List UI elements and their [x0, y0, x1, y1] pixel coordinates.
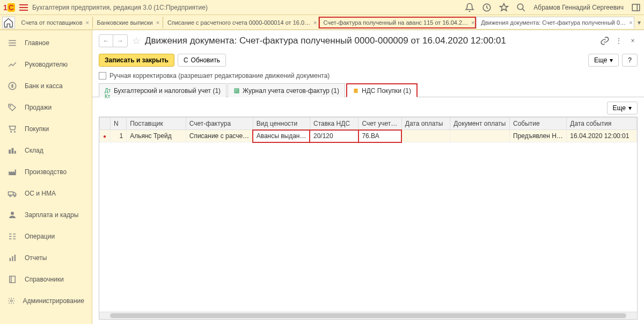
book-icon	[8, 275, 17, 284]
user-name[interactable]: Абрамов Геннадий Сергеевич	[533, 4, 624, 11]
save-close-button[interactable]: Записать и закрыть	[99, 54, 174, 67]
cell-event-date[interactable]: 16.04.2020 12:00:01	[567, 130, 637, 142]
sidebar-item-reports[interactable]: Отчеты	[0, 247, 92, 269]
cell-value-type[interactable]: Авансы выдан…	[253, 130, 310, 142]
menu-icon[interactable]	[19, 4, 28, 11]
tab-row: Счета от поставщиков× Банковские выписки…	[0, 15, 644, 30]
sidebar-item-manager[interactable]: Руководителю	[0, 54, 92, 75]
sidebar-item-sales[interactable]: Продажи	[0, 97, 92, 118]
subtab-vat-purchases[interactable]: НДС Покупки (1)	[346, 83, 418, 97]
tab-item-4[interactable]: Движения документа: Счет-фактура получен…	[476, 17, 634, 28]
page-title: Движения документа: Счет-фактура получен…	[145, 35, 506, 46]
table[interactable]: N Поставщик Счет-фактура Вид ценности Ст…	[99, 117, 638, 320]
col-event[interactable]: Событие	[510, 118, 567, 130]
manual-edit-label: Ручная корректировка (разрешает редактир…	[109, 72, 330, 80]
cell-invoice[interactable]: Списание с расче…	[186, 130, 253, 142]
page-header: ← → ☆ Движения документа: Счет-фактура п…	[92, 30, 644, 52]
cell-pay-date[interactable]	[401, 130, 450, 142]
person-icon	[8, 210, 17, 220]
close-icon[interactable]: ×	[86, 19, 89, 26]
svg-rect-14	[14, 255, 16, 261]
horizontal-scrollbar[interactable]	[99, 312, 637, 319]
manual-edit-checkbox[interactable]	[99, 72, 106, 80]
operations-icon	[8, 232, 17, 241]
warehouse-icon	[8, 146, 17, 155]
svg-rect-17	[235, 89, 239, 93]
bell-icon[interactable]	[465, 3, 474, 12]
col-supplier[interactable]: Поставщик	[127, 118, 186, 130]
link-icon[interactable]	[600, 36, 610, 46]
svg-point-4	[10, 105, 11, 106]
favorite-star-icon[interactable]: ☆	[132, 35, 141, 47]
col-pay-date[interactable]: Дата оплаты	[401, 118, 450, 130]
sidebar-item-bank[interactable]: Банк и касса	[0, 75, 92, 97]
subtab-journal[interactable]: Журнал учета счетов-фактур (1)	[228, 83, 345, 97]
col-event-date[interactable]: Дата события	[567, 118, 637, 130]
cell-n[interactable]: 1	[111, 130, 127, 142]
svg-point-9	[10, 195, 11, 197]
cell-supplier[interactable]: Альянс Трейд	[127, 130, 186, 142]
forward-button[interactable]: →	[113, 35, 127, 47]
tab-item-1[interactable]: Банковские выписки×	[93, 17, 163, 28]
table-more-button[interactable]: Еще ▾	[607, 102, 638, 114]
sidebar-item-production[interactable]: Производство	[0, 161, 92, 183]
sidebar-item-salary[interactable]: Зарплата и кадры	[0, 204, 92, 226]
sidebar-item-assets[interactable]: ОС и НМА	[0, 183, 92, 204]
refresh-button[interactable]: СОбновить	[178, 54, 226, 67]
close-icon[interactable]: ×	[629, 19, 632, 26]
cell-account[interactable]: 76.ВА	[358, 130, 401, 142]
svg-rect-7	[14, 151, 16, 154]
cell-vat-rate[interactable]: 20/120	[310, 130, 358, 142]
col-account[interactable]: Счет учет…	[358, 118, 401, 130]
accounting-icon: ДтКт	[105, 88, 111, 94]
cell-event[interactable]: Предъявлен Н…	[510, 130, 567, 142]
back-button[interactable]: ←	[99, 35, 113, 47]
main-content: ← → ☆ Движения документа: Счет-фактура п…	[92, 30, 644, 324]
sidebar-item-purchases[interactable]: Покупки	[0, 118, 92, 140]
sidebar-item-warehouse[interactable]: Склад	[0, 140, 92, 161]
history-icon[interactable]	[482, 3, 492, 12]
close-icon[interactable]: ×	[471, 19, 474, 26]
col-vat-rate[interactable]: Ставка НДС	[310, 118, 358, 130]
nav-arrows: ← →	[99, 34, 128, 47]
toolbar: Записать и закрыть СОбновить Еще ▾ ?	[92, 52, 644, 69]
svg-rect-6	[12, 148, 14, 154]
top-bar: 1C Бухгалтерия предприятия, редакция 3.0…	[0, 0, 644, 15]
col-n[interactable]: N	[111, 118, 127, 130]
cell-pay-doc[interactable]	[450, 130, 510, 142]
more-icon[interactable]: ⋮	[614, 36, 624, 46]
more-button[interactable]: Еще ▾	[588, 54, 619, 67]
row-marker: ●	[100, 130, 111, 142]
tab-dropdown[interactable]: ▾	[634, 19, 644, 26]
tab-item-2[interactable]: Списание с расчетного счета 0000-000014 …	[163, 17, 319, 28]
col-value-type[interactable]: Вид ценности	[253, 118, 310, 130]
sidebar-item-directories[interactable]: Справочники	[0, 269, 92, 290]
home-tab[interactable]	[2, 17, 15, 28]
col-pay-doc[interactable]: Документ оплаты	[450, 118, 510, 130]
svg-rect-15	[10, 276, 16, 283]
chart-icon	[8, 60, 17, 69]
table-area: Еще ▾ N Поставщик Счет-фактура Вид ценно…	[92, 97, 644, 324]
tag-icon	[8, 103, 17, 112]
chevron-down-icon: ▾	[610, 56, 613, 64]
svg-point-11	[11, 212, 14, 215]
close-icon[interactable]: ×	[313, 19, 317, 26]
table-row[interactable]: ● 1 Альянс Трейд Списание с расче… Аванс…	[100, 130, 637, 142]
sidebar-item-main[interactable]: Главное	[0, 32, 92, 54]
sidebar-item-admin[interactable]: Администрирование	[0, 290, 92, 312]
sidebar-item-operations[interactable]: Операции	[0, 226, 92, 247]
star-icon[interactable]	[499, 3, 509, 12]
bank-icon	[8, 81, 17, 91]
close-icon[interactable]: ×	[156, 19, 159, 26]
tab-item-0[interactable]: Счета от поставщиков×	[17, 17, 93, 28]
document-icon	[353, 88, 359, 94]
tab-item-3[interactable]: Счет-фактура полученный на аванс 115 от …	[319, 17, 476, 28]
close-icon[interactable]: ×	[628, 36, 638, 46]
panel-toggle-icon[interactable]	[631, 3, 641, 12]
subtab-accounting[interactable]: ДтКтБухгалтерский и налоговый учет (1)	[99, 83, 226, 97]
refresh-icon: С	[184, 56, 188, 64]
help-button[interactable]: ?	[622, 54, 638, 67]
search-icon[interactable]	[516, 3, 526, 12]
col-invoice[interactable]: Счет-фактура	[186, 118, 253, 130]
svg-point-1	[518, 4, 524, 10]
